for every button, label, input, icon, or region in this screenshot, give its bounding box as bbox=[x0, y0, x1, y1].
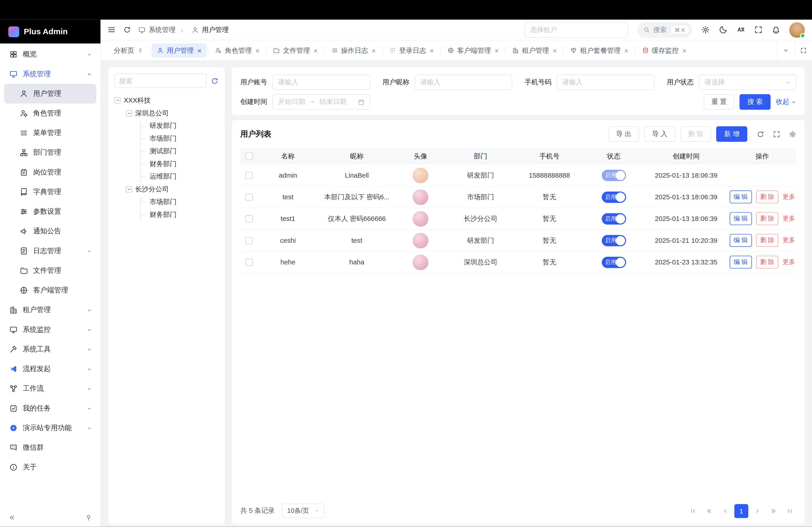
tree-node[interactable]: XXX科技 bbox=[114, 94, 218, 107]
collapse-node-icon[interactable] bbox=[126, 110, 132, 116]
export-button[interactable]: 导 出 bbox=[608, 126, 639, 142]
tree-refresh-icon[interactable] bbox=[211, 77, 218, 85]
hamburger-menu-icon[interactable] bbox=[107, 26, 116, 34]
row-checkbox[interactable] bbox=[245, 171, 252, 179]
user-avatar-image[interactable] bbox=[413, 232, 428, 248]
pin-sidebar-icon[interactable] bbox=[85, 514, 92, 521]
sidebar-item[interactable]: 日志管理 bbox=[4, 241, 96, 261]
date-range-input[interactable]: 开始日期 结束日期 bbox=[273, 94, 370, 110]
tab[interactable]: 登录日志 × bbox=[384, 44, 439, 58]
tab[interactable]: 操作日志 × bbox=[326, 44, 381, 58]
close-tab-icon[interactable]: × bbox=[682, 47, 686, 54]
row-delete-button[interactable]: 删 除 bbox=[756, 234, 779, 247]
row-delete-button[interactable]: 删 除 bbox=[756, 256, 779, 269]
close-tab-icon[interactable]: × bbox=[553, 47, 557, 54]
dark-mode-icon[interactable] bbox=[719, 26, 728, 34]
sidebar-item[interactable]: 系统监控 bbox=[4, 320, 96, 340]
reset-button[interactable]: 重 置 bbox=[704, 94, 735, 110]
collapse-sidebar-icon[interactable] bbox=[8, 514, 16, 521]
sidebar-item[interactable]: 工作流 bbox=[4, 379, 96, 398]
sidebar-item[interactable]: 用户管理 bbox=[4, 84, 96, 104]
breadcrumb-item[interactable]: 系统管理 bbox=[138, 25, 175, 34]
sidebar-item[interactable]: 参数设置 bbox=[4, 202, 96, 221]
row-checkbox[interactable] bbox=[245, 193, 252, 201]
tree-node[interactable]: 研发部门 bbox=[114, 119, 218, 132]
sidebar-item[interactable]: 租户管理 bbox=[4, 300, 96, 320]
breadcrumb-item[interactable]: 用户管理 bbox=[175, 25, 229, 34]
last-page-button[interactable] bbox=[782, 504, 796, 518]
sidebar-item[interactable]: 客户端管理 bbox=[4, 281, 96, 300]
collapse-node-icon[interactable] bbox=[126, 186, 132, 193]
sidebar-item[interactable]: 通知公告 bbox=[4, 222, 96, 241]
close-tab-icon[interactable]: × bbox=[430, 47, 434, 54]
back-pages-button[interactable] bbox=[702, 504, 716, 518]
sidebar-item[interactable]: 概览 bbox=[4, 44, 96, 64]
edit-button[interactable]: 编 辑 bbox=[729, 256, 752, 269]
close-tab-icon[interactable]: × bbox=[494, 47, 499, 54]
sidebar-item[interactable]: 演示站专用功能 bbox=[4, 418, 96, 438]
sidebar-item[interactable]: 系统工具 bbox=[4, 340, 96, 359]
close-tab-icon[interactable]: × bbox=[197, 47, 202, 54]
close-tab-icon[interactable]: × bbox=[624, 47, 628, 54]
row-checkbox[interactable] bbox=[245, 237, 252, 244]
sidebar-item[interactable]: 字典管理 bbox=[4, 182, 96, 202]
import-button[interactable]: 导 入 bbox=[644, 126, 675, 142]
filter-input[interactable]: 请选择 bbox=[699, 75, 796, 90]
status-toggle[interactable]: 启用 bbox=[601, 191, 626, 202]
next-page-button[interactable] bbox=[751, 504, 765, 518]
tabs-fullscreen-icon[interactable] bbox=[794, 40, 812, 61]
sidebar-item[interactable]: 系统管理 bbox=[4, 64, 96, 84]
sidebar-item[interactable]: 关于 bbox=[4, 457, 96, 477]
sidebar-item[interactable]: 角色管理 bbox=[4, 104, 96, 123]
tree-node[interactable]: 长沙分公司 bbox=[114, 183, 218, 196]
table-settings-icon[interactable] bbox=[789, 130, 796, 138]
select-all-checkbox[interactable] bbox=[245, 153, 252, 160]
page-size-select[interactable]: 10条/页 bbox=[282, 504, 324, 518]
tab[interactable]: 用户管理 × bbox=[152, 44, 207, 58]
tree-node[interactable]: 市场部门 bbox=[114, 196, 218, 208]
row-delete-button[interactable]: 删 除 bbox=[756, 191, 779, 203]
edit-button[interactable]: 编 辑 bbox=[729, 212, 752, 225]
more-button[interactable]: 更多 bbox=[783, 214, 795, 223]
tab[interactable]: 缓存监控 × bbox=[637, 44, 692, 58]
user-avatar-image[interactable] bbox=[413, 189, 428, 205]
user-avatar-image[interactable] bbox=[413, 254, 428, 270]
tabs-dropdown-icon[interactable] bbox=[777, 40, 794, 61]
table-fullscreen-icon[interactable] bbox=[773, 130, 780, 138]
edit-button[interactable]: 编 辑 bbox=[729, 191, 752, 203]
close-tab-icon[interactable]: × bbox=[255, 47, 260, 54]
collapse-node-icon[interactable] bbox=[114, 97, 121, 104]
sidebar-item[interactable]: 微信群 bbox=[4, 438, 96, 457]
more-button[interactable]: 更多 bbox=[783, 258, 795, 267]
user-avatar-image[interactable] bbox=[413, 211, 428, 227]
tree-node[interactable]: 运维部门 bbox=[114, 170, 218, 183]
app-logo[interactable]: Plus Admin bbox=[0, 20, 100, 44]
edit-button[interactable]: 编 辑 bbox=[729, 234, 752, 247]
search-button[interactable]: 搜 索 bbox=[740, 94, 770, 110]
delete-button[interactable]: 删 除 bbox=[680, 126, 711, 142]
dept-search-input[interactable] bbox=[114, 74, 207, 88]
close-tab-icon[interactable]: × bbox=[314, 47, 318, 54]
sidebar-item[interactable]: 部门管理 bbox=[4, 143, 96, 163]
tree-node[interactable]: 测试部门 bbox=[114, 145, 218, 157]
forward-pages-button[interactable] bbox=[766, 504, 780, 518]
sidebar-item[interactable]: 菜单管理 bbox=[4, 123, 96, 143]
refresh-page-icon[interactable] bbox=[123, 26, 131, 34]
filter-input[interactable]: 请输入 bbox=[557, 75, 654, 90]
close-tab-icon[interactable]: × bbox=[372, 47, 376, 54]
tree-node[interactable]: 财务部门 bbox=[114, 208, 218, 221]
current-page-button[interactable]: 1 bbox=[735, 504, 749, 518]
tree-node[interactable]: 市场部门 bbox=[114, 132, 218, 145]
tab[interactable]: 角色管理 × bbox=[210, 44, 265, 58]
status-toggle[interactable]: 启用 bbox=[601, 169, 626, 181]
collapse-filters-link[interactable]: 收起 bbox=[776, 97, 796, 107]
more-button[interactable]: 更多 bbox=[783, 193, 795, 201]
tab[interactable]: 租户管理 × bbox=[507, 44, 562, 58]
sidebar-item[interactable]: 流程发起 bbox=[4, 359, 96, 379]
add-button[interactable]: 新 增 bbox=[716, 126, 747, 142]
status-toggle[interactable]: 启用 bbox=[601, 213, 626, 225]
global-search[interactable]: 搜索 ⌘ K bbox=[637, 22, 693, 37]
tree-node[interactable]: 深圳总公司 bbox=[114, 107, 218, 119]
status-toggle[interactable]: 启用 bbox=[601, 235, 626, 246]
user-avatar-image[interactable] bbox=[413, 167, 428, 183]
